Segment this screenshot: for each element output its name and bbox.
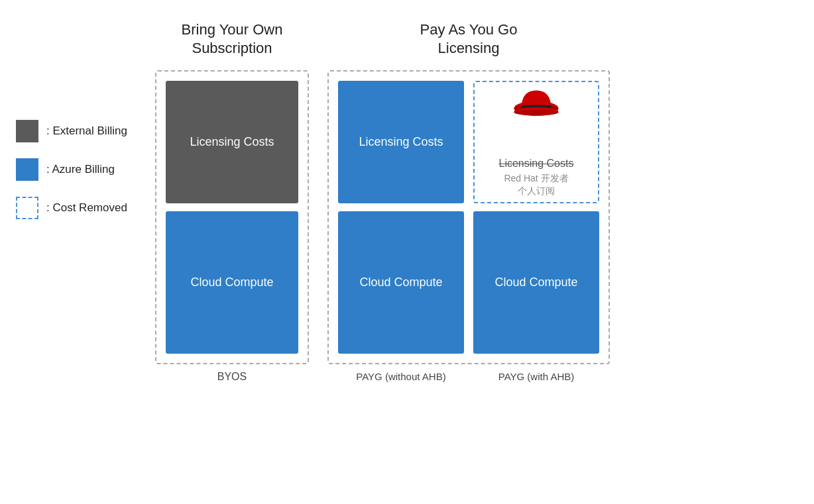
payg-col1-label: PAYG (without AHB): [338, 371, 464, 382]
svg-point-4: [514, 110, 558, 115]
red-hat-icon: [510, 76, 563, 128]
byos-compute-box: Cloud Compute: [166, 211, 298, 354]
payg-dashed-container: Licensing Costs Cloud Compute: [327, 70, 610, 364]
payg-col2-licensing-strikethrough: Licensing Costs: [499, 158, 574, 170]
payg-col2-label: PAYG (with AHB): [473, 371, 599, 382]
legend-box-external: [16, 120, 38, 142]
byos-column: Licensing Costs Cloud Compute: [166, 81, 298, 354]
payg-col-labels: PAYG (without AHB) PAYG (with AHB): [329, 364, 609, 382]
payg-col2-subscription-text: Red Hat 开发者个人订阅: [504, 172, 568, 196]
byos-licensing-box: Licensing Costs: [166, 81, 298, 203]
legend-box-azure: [16, 158, 38, 181]
byos-dashed-container: Licensing Costs Cloud Compute: [155, 70, 309, 364]
payg-col1-compute-box: Cloud Compute: [338, 211, 464, 354]
legend-azure-label: : Azure Billing: [46, 163, 115, 176]
byos-title: Bring Your Own Subscription: [182, 21, 283, 58]
legend-item-azure: : Azure Billing: [16, 158, 155, 181]
payg-col1: Licensing Costs Cloud Compute: [338, 81, 464, 354]
byos-section: Bring Your Own Subscription Licensing Co…: [155, 21, 309, 383]
diagram-area: Bring Your Own Subscription Licensing Co…: [155, 14, 798, 383]
payg-col2: Licensing Costs Red Hat 开发者个人订阅 Cloud Co…: [473, 81, 599, 354]
legend-external-label: : External Billing: [46, 125, 127, 138]
payg-col2-cost-removed-box: Licensing Costs Red Hat 开发者个人订阅: [473, 81, 599, 203]
legend-cost-removed-label: : Cost Removed: [46, 201, 127, 215]
legend-item-external: : External Billing: [16, 120, 155, 142]
main-container: : External Billing : Azure Billing : Cos…: [16, 14, 798, 491]
legend: : External Billing : Azure Billing : Cos…: [16, 14, 155, 219]
legend-box-cost-removed: [16, 197, 38, 219]
legend-item-cost-removed: : Cost Removed: [16, 197, 155, 219]
payg-title: Pay As You Go Licensing: [420, 21, 518, 58]
payg-col1-licensing-box: Licensing Costs: [338, 81, 464, 203]
payg-col2-compute-box: Cloud Compute: [473, 211, 599, 354]
byos-column-label: BYOS: [217, 371, 247, 383]
payg-section: Pay As You Go Licensing Licensing Costs …: [327, 21, 610, 383]
